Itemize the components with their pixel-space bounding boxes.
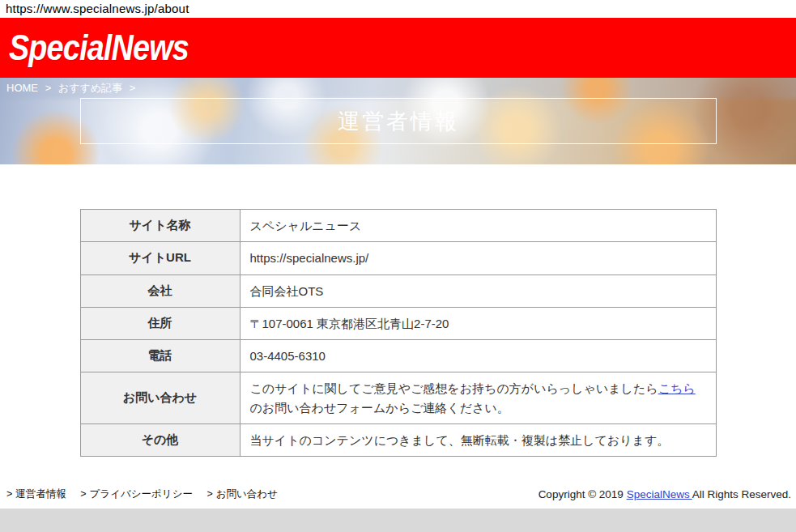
footer-link-contact[interactable]: >お問い合わせ [206,488,277,500]
footer-link-privacy-policy[interactable]: >プライバシーポリシー [80,488,193,500]
breadcrumb: HOME > おすすめ記事 > [6,81,139,96]
row-label: その他 [80,423,240,456]
site-header: SpecialNews [0,18,796,78]
row-label: サイトURL [80,242,240,275]
row-label: 会社 [80,275,240,307]
row-label: サイト名称 [80,210,240,242]
table-row-phone: 電話 03-4405-6310 [80,340,716,372]
footer-link-operator-info[interactable]: >運営者情報 [6,488,66,500]
site-logo[interactable]: SpecialNews [9,27,189,69]
copyright-sitename-link[interactable]: SpecialNews [627,488,692,500]
browser-url-bar: https://www.specialnews.jp/about [0,0,796,18]
chevron-right-icon: > [6,488,12,500]
browser-url: https://www.specialnews.jp/about [6,2,189,15]
site-footer: >運営者情報 >プライバシーポリシー >お問い合わせ Copyright © 2… [0,483,796,532]
table-row-address: 住所 〒107-0061 東京都港区北青山2-7-20 [80,307,716,339]
table-row-other: その他 当サイトのコンテンツにつきまして、無断転載・複製は禁止しております。 [80,423,716,456]
row-value: 〒107-0061 東京都港区北青山2-7-20 [240,307,716,339]
breadcrumb-category-link[interactable]: おすすめ記事 [58,82,122,94]
row-label: 電話 [80,340,240,372]
table-row-company: 会社 合同会社OTS [80,275,716,307]
row-value: 当サイトのコンテンツにつきまして、無断転載・複製は禁止しております。 [240,423,716,456]
row-value: このサイトに関してご意見やご感想をお持ちの方がいらっしゃいましたらこちらのお問い… [240,372,716,424]
contact-text-after: のお問い合わせフォームからご連絡ください。 [250,401,509,415]
row-value: 合同会社OTS [240,275,716,307]
footer-link-label: 運営者情報 [15,488,66,500]
footer-top: >運営者情報 >プライバシーポリシー >お問い合わせ Copyright © 2… [0,483,796,509]
chevron-right-icon: > [206,488,212,500]
row-value: スペシャルニュース [240,210,716,242]
chevron-right-icon: > [80,488,86,500]
row-value: https://specialnews.jp/ [240,242,716,275]
main-content: サイト名称 スペシャルニュース サイトURL https://specialne… [0,164,796,457]
row-value: 03-4405-6310 [240,340,716,372]
footer-link-label: プライバシーポリシー [90,488,193,500]
footer-bottom-bar [0,509,796,532]
hero-banner: HOME > おすすめ記事 > 運営者情報 [0,78,796,164]
breadcrumb-home-link[interactable]: HOME [6,82,38,94]
table-row-site-url: サイトURL https://specialnews.jp/ [80,242,716,275]
copyright: Copyright © 2019 SpecialNews All Rights … [538,488,791,500]
copyright-text-after: All Rights Reserved. [692,488,791,500]
row-label: お問い合わせ [80,372,240,424]
contact-text-before: このサイトに関してご意見やご感想をお持ちの方がいらっしゃいましたら [250,381,658,395]
footer-link-label: お問い合わせ [216,488,278,500]
footer-nav: >運営者情報 >プライバシーポリシー >お問い合わせ [6,487,289,501]
page-title-box: 運営者情報 [80,98,717,144]
page-title: 運営者情報 [338,107,459,136]
contact-form-link[interactable]: こちら [658,381,696,395]
table-row-contact: お問い合わせ このサイトに関してご意見やご感想をお持ちの方がいらっしゃいましたら… [80,372,716,424]
copyright-text-before: Copyright © 2019 [538,488,627,500]
row-label: 住所 [80,307,240,339]
breadcrumb-separator: > [130,82,136,94]
page: https://www.specialnews.jp/about Special… [0,0,796,532]
table-row-site-name: サイト名称 スペシャルニュース [80,210,716,242]
operator-info-table: サイト名称 スペシャルニュース サイトURL https://specialne… [80,209,717,457]
breadcrumb-separator: > [45,82,52,94]
